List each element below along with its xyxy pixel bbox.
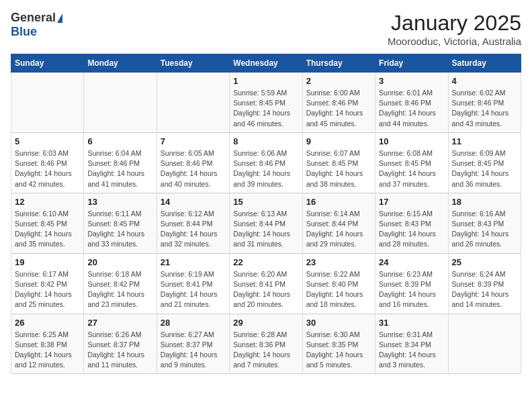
day-number: 8 [233, 136, 298, 146]
day-info: Sunrise: 6:17 AM Sunset: 8:42 PM Dayligh… [15, 269, 80, 310]
calendar-title: January 2025 [388, 11, 521, 36]
day-number: 31 [379, 318, 444, 328]
day-number: 11 [452, 136, 517, 146]
calendar-cell: 12Sunrise: 6:10 AM Sunset: 8:45 PM Dayli… [11, 193, 84, 253]
calendar-header-row: SundayMondayTuesdayWednesdayThursdayFrid… [11, 54, 521, 73]
col-header-tuesday: Tuesday [157, 54, 229, 73]
day-info: Sunrise: 6:11 AM Sunset: 8:45 PM Dayligh… [87, 209, 152, 250]
calendar-cell: 7Sunrise: 6:05 AM Sunset: 8:46 PM Daylig… [157, 132, 229, 193]
calendar-cell [84, 73, 157, 133]
day-info: Sunrise: 6:23 AM Sunset: 8:39 PM Dayligh… [379, 269, 444, 310]
page-header: General Blue January 2025 Moorooduc, Vic… [11, 11, 521, 47]
day-info: Sunrise: 6:25 AM Sunset: 8:38 PM Dayligh… [15, 330, 80, 371]
col-header-wednesday: Wednesday [230, 54, 302, 73]
calendar-cell: 28Sunrise: 6:27 AM Sunset: 8:37 PM Dayli… [157, 314, 229, 374]
calendar-cell: 25Sunrise: 6:24 AM Sunset: 8:39 PM Dayli… [448, 253, 521, 314]
calendar-cell: 5Sunrise: 6:03 AM Sunset: 8:46 PM Daylig… [11, 132, 84, 193]
day-info: Sunrise: 6:31 AM Sunset: 8:34 PM Dayligh… [379, 330, 444, 371]
day-number: 25 [452, 257, 517, 267]
day-number: 2 [306, 76, 371, 86]
day-number: 3 [379, 76, 444, 86]
calendar-cell: 30Sunrise: 6:30 AM Sunset: 8:35 PM Dayli… [302, 314, 375, 374]
calendar-cell: 22Sunrise: 6:20 AM Sunset: 8:41 PM Dayli… [230, 253, 302, 314]
calendar-cell: 4Sunrise: 6:02 AM Sunset: 8:46 PM Daylig… [448, 73, 521, 133]
day-info: Sunrise: 6:16 AM Sunset: 8:43 PM Dayligh… [452, 209, 517, 250]
logo-triangle-icon [57, 13, 62, 23]
day-number: 6 [87, 136, 152, 146]
day-info: Sunrise: 6:09 AM Sunset: 8:45 PM Dayligh… [452, 148, 517, 189]
day-number: 20 [87, 257, 152, 267]
calendar-cell [11, 73, 84, 133]
day-number: 22 [233, 257, 298, 267]
day-number: 23 [306, 257, 371, 267]
day-info: Sunrise: 6:04 AM Sunset: 8:46 PM Dayligh… [87, 148, 152, 189]
day-info: Sunrise: 6:03 AM Sunset: 8:46 PM Dayligh… [15, 148, 80, 189]
calendar-cell: 23Sunrise: 6:22 AM Sunset: 8:40 PM Dayli… [302, 253, 375, 314]
day-number: 13 [87, 197, 152, 207]
day-number: 27 [87, 318, 152, 328]
calendar-cell [448, 314, 521, 374]
day-info: Sunrise: 6:28 AM Sunset: 8:36 PM Dayligh… [233, 330, 298, 371]
calendar-cell: 24Sunrise: 6:23 AM Sunset: 8:39 PM Dayli… [375, 253, 448, 314]
day-info: Sunrise: 6:08 AM Sunset: 8:45 PM Dayligh… [379, 148, 444, 189]
day-number: 9 [306, 136, 371, 146]
calendar-table: SundayMondayTuesdayWednesdayThursdayFrid… [11, 54, 521, 374]
calendar-cell: 3Sunrise: 6:01 AM Sunset: 8:46 PM Daylig… [375, 73, 448, 133]
day-number: 10 [379, 136, 444, 146]
col-header-sunday: Sunday [11, 54, 84, 73]
day-info: Sunrise: 6:22 AM Sunset: 8:40 PM Dayligh… [306, 269, 371, 310]
day-info: Sunrise: 6:26 AM Sunset: 8:37 PM Dayligh… [87, 330, 152, 371]
day-info: Sunrise: 6:18 AM Sunset: 8:42 PM Dayligh… [87, 269, 152, 310]
calendar-cell: 1Sunrise: 5:59 AM Sunset: 8:45 PM Daylig… [230, 73, 302, 133]
title-block: January 2025 Moorooduc, Victoria, Austra… [388, 11, 521, 47]
day-info: Sunrise: 6:10 AM Sunset: 8:45 PM Dayligh… [15, 209, 80, 250]
day-number: 17 [379, 197, 444, 207]
calendar-cell: 2Sunrise: 6:00 AM Sunset: 8:46 PM Daylig… [302, 73, 375, 133]
col-header-friday: Friday [375, 54, 448, 73]
calendar-cell: 27Sunrise: 6:26 AM Sunset: 8:37 PM Dayli… [84, 314, 157, 374]
col-header-saturday: Saturday [448, 54, 521, 73]
calendar-cell: 9Sunrise: 6:07 AM Sunset: 8:45 PM Daylig… [302, 132, 375, 193]
col-header-monday: Monday [84, 54, 157, 73]
calendar-cell: 15Sunrise: 6:13 AM Sunset: 8:44 PM Dayli… [230, 193, 302, 253]
day-number: 12 [15, 197, 80, 207]
calendar-cell: 13Sunrise: 6:11 AM Sunset: 8:45 PM Dayli… [84, 193, 157, 253]
day-info: Sunrise: 6:12 AM Sunset: 8:44 PM Dayligh… [161, 209, 226, 250]
logo-blue-text: Blue [11, 25, 37, 39]
calendar-cell: 18Sunrise: 6:16 AM Sunset: 8:43 PM Dayli… [448, 193, 521, 253]
day-info: Sunrise: 6:05 AM Sunset: 8:46 PM Dayligh… [161, 148, 226, 189]
day-number: 5 [15, 136, 80, 146]
day-number: 28 [161, 318, 226, 328]
calendar-cell: 6Sunrise: 6:04 AM Sunset: 8:46 PM Daylig… [84, 132, 157, 193]
day-number: 26 [15, 318, 80, 328]
logo-general-text: General [11, 11, 56, 25]
day-number: 30 [306, 318, 371, 328]
day-info: Sunrise: 5:59 AM Sunset: 8:45 PM Dayligh… [233, 88, 298, 129]
day-number: 18 [452, 197, 517, 207]
day-info: Sunrise: 6:13 AM Sunset: 8:44 PM Dayligh… [233, 209, 298, 250]
day-info: Sunrise: 6:24 AM Sunset: 8:39 PM Dayligh… [452, 269, 517, 310]
day-number: 7 [161, 136, 226, 146]
calendar-week-row: 12Sunrise: 6:10 AM Sunset: 8:45 PM Dayli… [11, 193, 521, 253]
calendar-cell: 16Sunrise: 6:14 AM Sunset: 8:44 PM Dayli… [302, 193, 375, 253]
calendar-cell: 11Sunrise: 6:09 AM Sunset: 8:45 PM Dayli… [448, 132, 521, 193]
day-info: Sunrise: 6:06 AM Sunset: 8:46 PM Dayligh… [233, 148, 298, 189]
calendar-week-row: 1Sunrise: 5:59 AM Sunset: 8:45 PM Daylig… [11, 73, 521, 133]
day-number: 14 [161, 197, 226, 207]
day-info: Sunrise: 6:00 AM Sunset: 8:46 PM Dayligh… [306, 88, 371, 129]
calendar-cell: 10Sunrise: 6:08 AM Sunset: 8:45 PM Dayli… [375, 132, 448, 193]
day-info: Sunrise: 6:20 AM Sunset: 8:41 PM Dayligh… [233, 269, 298, 310]
day-info: Sunrise: 6:19 AM Sunset: 8:41 PM Dayligh… [161, 269, 226, 310]
day-info: Sunrise: 6:07 AM Sunset: 8:45 PM Dayligh… [306, 148, 371, 189]
calendar-cell: 14Sunrise: 6:12 AM Sunset: 8:44 PM Dayli… [157, 193, 229, 253]
day-number: 21 [161, 257, 226, 267]
day-info: Sunrise: 6:27 AM Sunset: 8:37 PM Dayligh… [161, 330, 226, 371]
calendar-week-row: 5Sunrise: 6:03 AM Sunset: 8:46 PM Daylig… [11, 132, 521, 193]
calendar-subtitle: Moorooduc, Victoria, Australia [388, 36, 521, 47]
day-info: Sunrise: 6:02 AM Sunset: 8:46 PM Dayligh… [452, 88, 517, 129]
calendar-week-row: 19Sunrise: 6:17 AM Sunset: 8:42 PM Dayli… [11, 253, 521, 314]
day-number: 4 [452, 76, 517, 86]
day-number: 16 [306, 197, 371, 207]
day-info: Sunrise: 6:01 AM Sunset: 8:46 PM Dayligh… [379, 88, 444, 129]
day-info: Sunrise: 6:14 AM Sunset: 8:44 PM Dayligh… [306, 209, 371, 250]
